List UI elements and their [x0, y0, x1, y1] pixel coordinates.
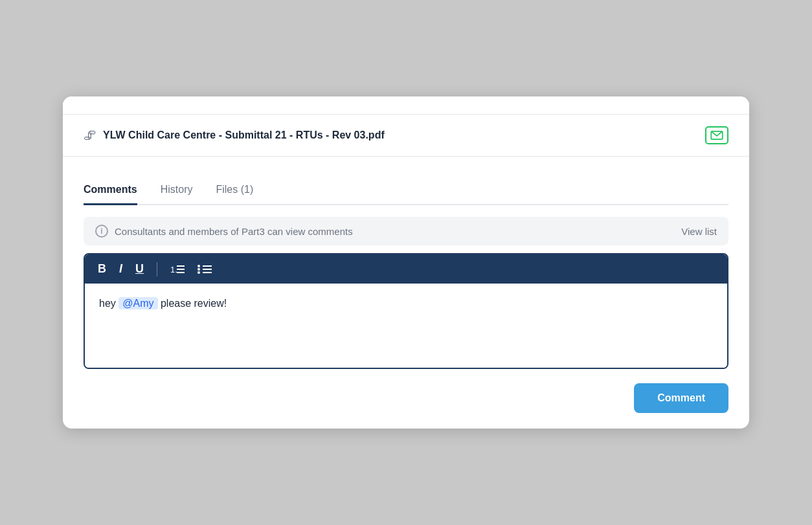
- tab-comments[interactable]: Comments: [84, 175, 137, 205]
- top-scroll-area: [63, 96, 749, 115]
- attachment-left: 🖇 YLW Child Care Centre - Submittal 21 -…: [84, 128, 385, 143]
- notice-left: i Consultants and members of Part3 can v…: [95, 225, 353, 238]
- editor-suffix: please review!: [158, 298, 227, 309]
- footer-row: Comment: [84, 381, 728, 429]
- paperclip-icon: 🖇: [84, 128, 96, 143]
- editor-content[interactable]: hey @Amy please review!: [85, 284, 727, 368]
- toolbar-divider: [157, 262, 157, 276]
- view-list-button[interactable]: View list: [681, 226, 717, 237]
- tabs-section: Comments History Files (1): [63, 175, 749, 205]
- email-icon-button[interactable]: [705, 126, 728, 144]
- underline-button[interactable]: U: [133, 261, 146, 277]
- spacer: [63, 157, 749, 175]
- tab-files[interactable]: Files (1): [216, 175, 253, 205]
- mention-tag[interactable]: @Amy: [118, 297, 157, 309]
- ordered-list-button[interactable]: 1.: [168, 262, 187, 276]
- editor-wrapper: B I U 1.: [84, 253, 728, 369]
- italic-button[interactable]: I: [117, 261, 125, 277]
- svg-text:1.: 1.: [170, 265, 177, 274]
- unordered-list-button[interactable]: [195, 262, 214, 276]
- bold-button[interactable]: B: [95, 261, 109, 277]
- editor-toolbar: B I U 1.: [85, 254, 727, 284]
- comment-button[interactable]: Comment: [634, 383, 728, 413]
- ordered-list-icon: 1.: [170, 263, 185, 275]
- svg-point-6: [197, 268, 200, 271]
- attachment-filename: YLW Child Care Centre - Submittal 21 - R…: [103, 129, 385, 141]
- tabs-row: Comments History Files (1): [84, 175, 728, 205]
- content-area: i Consultants and members of Part3 can v…: [63, 217, 749, 429]
- attachment-row: 🖇 YLW Child Care Centre - Submittal 21 -…: [63, 115, 749, 157]
- unordered-list-icon: [197, 263, 212, 275]
- svg-point-7: [197, 271, 200, 274]
- main-card: 🖇 YLW Child Care Centre - Submittal 21 -…: [63, 96, 749, 429]
- editor-prefix: hey: [99, 298, 118, 309]
- notice-bar: i Consultants and members of Part3 can v…: [84, 217, 728, 245]
- info-icon: i: [95, 225, 108, 238]
- notice-text: Consultants and members of Part3 can vie…: [115, 226, 353, 237]
- tab-history[interactable]: History: [161, 175, 193, 205]
- svg-point-5: [197, 265, 200, 267]
- email-icon: [710, 131, 723, 140]
